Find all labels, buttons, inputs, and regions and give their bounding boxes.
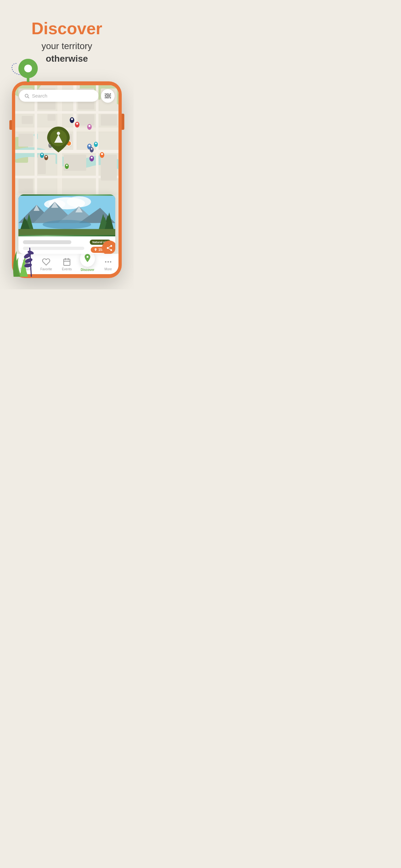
svg-rect-19 <box>48 114 56 121</box>
search-placeholder: Search <box>32 93 48 98</box>
svg-rect-36 <box>101 155 117 181</box>
svg-point-109 <box>107 261 109 262</box>
svg-rect-27 <box>19 163 33 174</box>
search-input-container[interactable]: Search <box>19 90 98 102</box>
phone-mockup: Search <box>12 82 122 278</box>
svg-rect-16 <box>22 116 33 124</box>
svg-point-1 <box>24 65 32 72</box>
svg-rect-18 <box>38 114 46 126</box>
svg-rect-28 <box>19 179 33 193</box>
svg-point-110 <box>110 261 111 262</box>
svg-point-112 <box>25 257 33 264</box>
svg-rect-23 <box>78 114 94 126</box>
svg-rect-95 <box>19 229 115 235</box>
svg-rect-30 <box>38 155 46 174</box>
svg-point-75 <box>108 97 110 98</box>
search-icon <box>24 93 29 98</box>
svg-rect-104 <box>64 259 70 266</box>
hero-title: Discover <box>6 20 127 38</box>
map-area: Search <box>15 85 119 195</box>
svg-point-67 <box>57 132 60 135</box>
floating-pin-decoration <box>19 59 38 83</box>
more-dots-icon <box>104 258 112 266</box>
nav-item-events[interactable]: Events <box>58 258 76 271</box>
svg-rect-34 <box>64 155 86 171</box>
plant-decoration-left <box>12 238 44 278</box>
nav-item-discover[interactable]: Discover <box>79 257 96 272</box>
card-image <box>19 194 115 237</box>
search-bar: Search <box>19 89 115 103</box>
svg-rect-22 <box>64 114 72 126</box>
svg-rect-31 <box>48 155 56 166</box>
svg-rect-26 <box>19 134 33 147</box>
filter-button[interactable] <box>101 89 115 103</box>
svg-rect-9 <box>15 111 119 114</box>
svg-rect-33 <box>78 134 94 147</box>
nav-label-events: Events <box>62 268 72 271</box>
svg-rect-35 <box>101 134 117 147</box>
svg-line-69 <box>28 97 29 98</box>
svg-point-74 <box>105 95 107 97</box>
nav-item-more[interactable]: More <box>99 258 117 271</box>
svg-point-78 <box>67 196 91 207</box>
calendar-icon <box>63 258 71 266</box>
nav-label-more: More <box>104 268 112 271</box>
center-map-pin <box>47 127 70 154</box>
svg-point-73 <box>108 93 110 95</box>
svg-point-87 <box>42 220 91 229</box>
svg-point-108 <box>105 261 106 262</box>
svg-rect-25 <box>101 114 117 126</box>
nav-label-discover: Discover <box>81 268 94 272</box>
share-button[interactable] <box>102 241 115 254</box>
